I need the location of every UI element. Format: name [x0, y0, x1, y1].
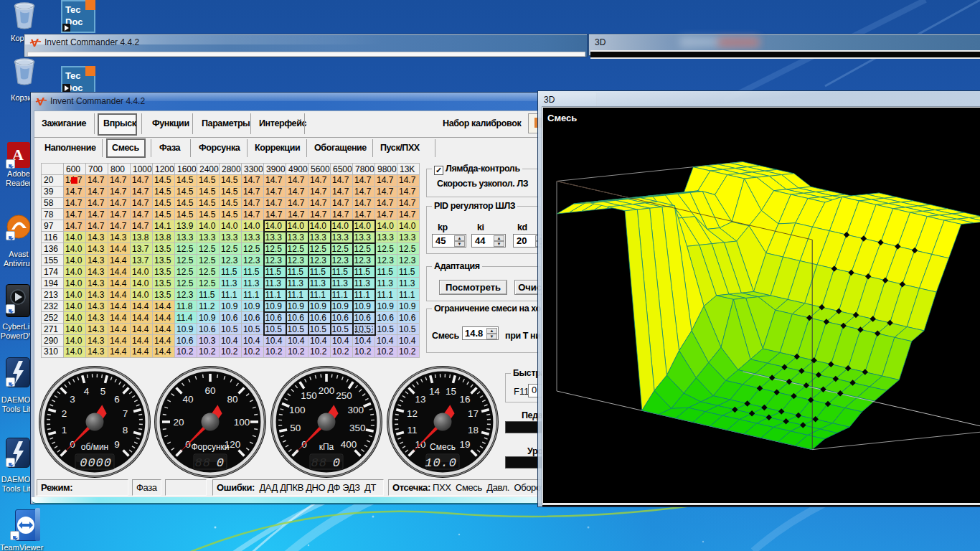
svg-text:Форсунки: Форсунки: [191, 442, 229, 452]
svg-text:10.0: 10.0: [425, 456, 457, 470]
svg-text:88: 88: [195, 456, 211, 470]
svg-text:88: 88: [311, 456, 327, 470]
svg-text:1: 1: [62, 425, 67, 435]
svg-text:6: 6: [114, 394, 120, 405]
svg-text:400: 400: [341, 439, 357, 450]
svg-text:15: 15: [446, 386, 456, 397]
svg-text:8: 8: [123, 425, 128, 435]
svg-text:кПа: кПа: [319, 442, 334, 452]
svg-text:40: 40: [182, 394, 193, 405]
svg-text:5: 5: [100, 386, 106, 397]
svg-text:20: 20: [173, 417, 184, 428]
svg-text:Смесь: Смесь: [430, 442, 456, 452]
svg-text:0: 0: [217, 456, 225, 470]
svg-text:100: 100: [289, 405, 306, 415]
svg-text:250: 250: [336, 390, 352, 401]
svg-text:11: 11: [407, 425, 417, 435]
svg-text:300: 300: [347, 405, 364, 415]
svg-text:14: 14: [429, 386, 440, 397]
svg-text:16: 16: [460, 394, 471, 405]
svg-text:18: 18: [468, 425, 479, 435]
svg-text:19: 19: [460, 439, 471, 450]
svg-text:50: 50: [290, 423, 301, 433]
svg-text:200: 200: [319, 385, 335, 396]
svg-text:0: 0: [333, 456, 341, 470]
svg-text:60: 60: [204, 385, 215, 396]
svg-text:100: 100: [234, 417, 250, 428]
svg-text:об/мин: об/мин: [81, 442, 108, 452]
svg-text:9: 9: [114, 439, 120, 450]
svg-text:3: 3: [70, 394, 75, 405]
svg-text:7: 7: [123, 408, 128, 419]
svg-text:0000: 0000: [80, 456, 112, 470]
svg-text:17: 17: [468, 408, 479, 419]
svg-text:80: 80: [227, 394, 238, 405]
svg-text:350: 350: [349, 423, 366, 433]
svg-text:13: 13: [415, 394, 425, 405]
svg-text:4: 4: [84, 386, 90, 397]
svg-text:2: 2: [62, 408, 67, 419]
svg-text:12: 12: [407, 408, 418, 419]
svg-text:150: 150: [301, 390, 317, 401]
